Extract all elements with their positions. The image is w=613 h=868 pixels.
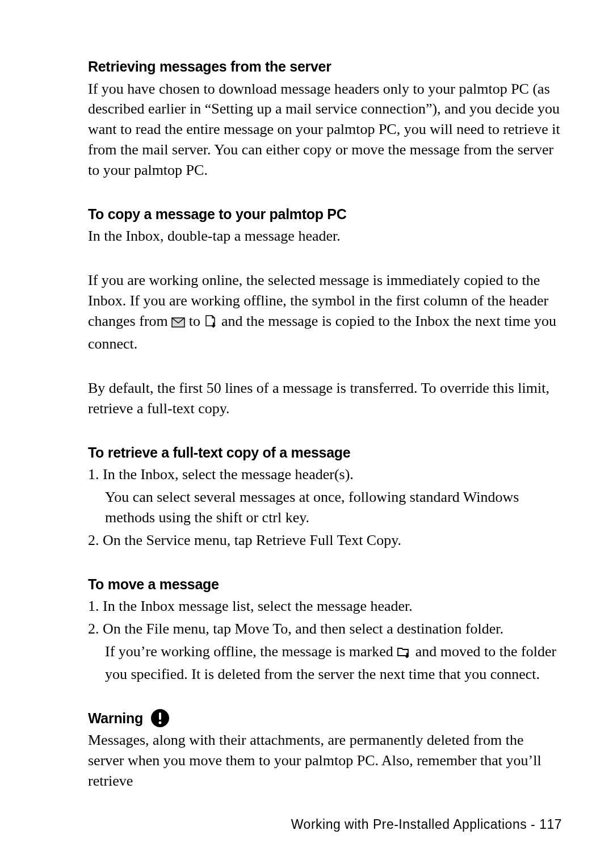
folder-move-icon (397, 644, 412, 664)
svg-point-3 (159, 721, 162, 724)
list-item: 1. In the Inbox, select the message head… (88, 464, 562, 485)
warning-icon (150, 708, 170, 728)
footer-page-number: 117 (539, 817, 562, 832)
footer-chapter-title: Working with Pre-Installed Applications … (291, 817, 535, 832)
list-item: 2. On the Service menu, tap Retrieve Ful… (88, 530, 562, 551)
list-item: 2. On the File menu, tap Move To, and th… (88, 619, 562, 639)
text-fragment: to (189, 313, 204, 329)
heading-move-message: To move a message (88, 575, 562, 594)
heading-copy-message: To copy a message to your palmtop PC (88, 204, 562, 224)
envelope-icon (171, 313, 185, 334)
page-footer: Working with Pre-Installed Applications … (291, 816, 562, 834)
paragraph-retrieving-intro: If you have chosen to download message h… (88, 79, 562, 181)
paragraph-online-offline: If you are working online, the selected … (88, 270, 562, 354)
document-download-icon (204, 313, 218, 334)
paragraph-default-lines: By default, the first 50 lines of a mess… (88, 378, 562, 419)
list-item: 1. In the Inbox message list, select the… (88, 596, 562, 617)
paragraph-copy-step: In the Inbox, double-tap a message heade… (88, 226, 562, 246)
heading-retrieve-fulltext: To retrieve a full-text copy of a messag… (88, 443, 562, 463)
svg-rect-2 (159, 712, 161, 720)
document-page: Retrieving messages from the server If y… (0, 0, 613, 868)
text-fragment: If you’re working offline, the message i… (105, 643, 397, 660)
list-item-continuation: If you’re working offline, the message i… (105, 641, 562, 685)
warning-section: Warning (88, 708, 562, 728)
heading-retrieving: Retrieving messages from the server (88, 57, 562, 77)
paragraph-warning: Messages, along with their attachments, … (88, 730, 562, 791)
list-item-continuation: You can select several messages at once,… (105, 487, 562, 528)
